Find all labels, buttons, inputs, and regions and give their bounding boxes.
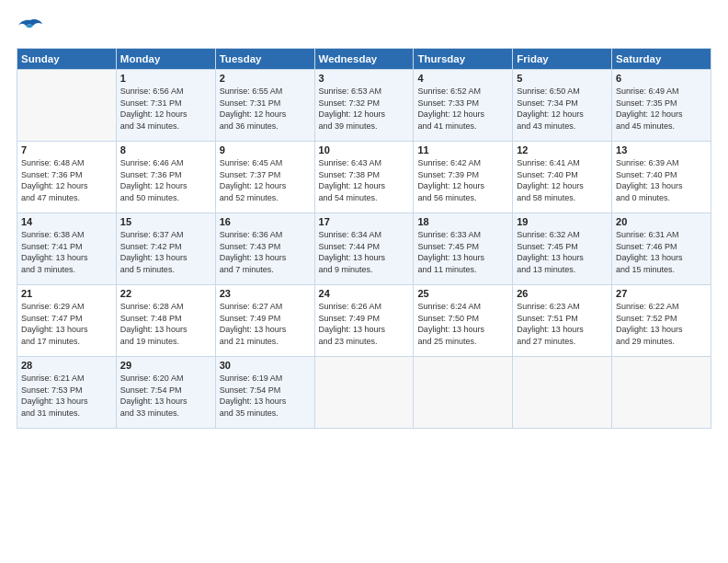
calendar-row: 7Sunrise: 6:48 AMSunset: 7:36 PMDaylight… <box>17 142 711 213</box>
cell-info: Sunrise: 6:23 AMSunset: 7:51 PMDaylight:… <box>517 301 608 347</box>
calendar-row: 14Sunrise: 6:38 AMSunset: 7:41 PMDayligh… <box>17 213 711 285</box>
day-number: 19 <box>517 216 608 227</box>
header-row: SundayMondayTuesdayWednesdayThursdayFrid… <box>17 49 711 70</box>
day-number: 20 <box>616 216 707 227</box>
day-number: 6 <box>616 73 707 84</box>
cell-info: Sunrise: 6:43 AMSunset: 7:38 PMDaylight:… <box>319 157 410 203</box>
day-number: 9 <box>220 144 311 155</box>
cell-info: Sunrise: 6:53 AMSunset: 7:32 PMDaylight:… <box>319 86 410 132</box>
day-number: 14 <box>21 216 112 227</box>
calendar-cell: 12Sunrise: 6:41 AMSunset: 7:40 PMDayligh… <box>513 142 612 213</box>
calendar-cell: 27Sunrise: 6:22 AMSunset: 7:52 PMDayligh… <box>612 285 711 357</box>
day-number: 2 <box>220 73 311 84</box>
calendar-body: 1Sunrise: 6:56 AMSunset: 7:31 PMDaylight… <box>17 70 711 429</box>
day-number: 30 <box>220 360 311 371</box>
calendar-cell: 29Sunrise: 6:20 AMSunset: 7:54 PMDayligh… <box>116 357 215 429</box>
page: SundayMondayTuesdayWednesdayThursdayFrid… <box>0 0 728 563</box>
calendar-cell: 6Sunrise: 6:49 AMSunset: 7:35 PMDaylight… <box>612 70 711 142</box>
calendar-cell: 20Sunrise: 6:31 AMSunset: 7:46 PMDayligh… <box>612 213 711 285</box>
calendar-cell: 15Sunrise: 6:37 AMSunset: 7:42 PMDayligh… <box>116 213 215 285</box>
day-number: 12 <box>517 144 608 155</box>
cell-info: Sunrise: 6:41 AMSunset: 7:40 PMDaylight:… <box>517 157 608 203</box>
cell-info: Sunrise: 6:56 AMSunset: 7:31 PMDaylight:… <box>120 86 211 132</box>
day-number: 10 <box>319 144 410 155</box>
cell-info: Sunrise: 6:21 AMSunset: 7:53 PMDaylight:… <box>21 373 112 419</box>
calendar-table: SundayMondayTuesdayWednesdayThursdayFrid… <box>17 48 711 429</box>
cell-info: Sunrise: 6:22 AMSunset: 7:52 PMDaylight:… <box>616 301 707 347</box>
calendar-cell: 8Sunrise: 6:46 AMSunset: 7:36 PMDaylight… <box>116 142 215 213</box>
day-number: 17 <box>319 216 410 227</box>
column-header-wednesday: Wednesday <box>314 49 414 70</box>
calendar-cell: 17Sunrise: 6:34 AMSunset: 7:44 PMDayligh… <box>314 213 414 285</box>
day-number: 24 <box>319 288 410 299</box>
day-number: 22 <box>120 288 211 299</box>
day-number: 28 <box>21 360 112 371</box>
calendar-cell: 9Sunrise: 6:45 AMSunset: 7:37 PMDaylight… <box>215 142 314 213</box>
calendar-cell: 1Sunrise: 6:56 AMSunset: 7:31 PMDaylight… <box>116 70 215 142</box>
column-header-monday: Monday <box>116 49 215 70</box>
cell-info: Sunrise: 6:49 AMSunset: 7:35 PMDaylight:… <box>616 86 707 132</box>
calendar-cell: 10Sunrise: 6:43 AMSunset: 7:38 PMDayligh… <box>314 142 414 213</box>
column-header-friday: Friday <box>513 49 612 70</box>
calendar-cell: 13Sunrise: 6:39 AMSunset: 7:40 PMDayligh… <box>612 142 711 213</box>
calendar-cell: 18Sunrise: 6:33 AMSunset: 7:45 PMDayligh… <box>414 213 513 285</box>
cell-info: Sunrise: 6:29 AMSunset: 7:47 PMDaylight:… <box>21 301 112 347</box>
calendar-cell: 4Sunrise: 6:52 AMSunset: 7:33 PMDaylight… <box>414 70 513 142</box>
calendar-cell: 30Sunrise: 6:19 AMSunset: 7:54 PMDayligh… <box>215 357 314 429</box>
calendar-row: 21Sunrise: 6:29 AMSunset: 7:47 PMDayligh… <box>17 285 711 357</box>
cell-info: Sunrise: 6:28 AMSunset: 7:48 PMDaylight:… <box>120 301 211 347</box>
cell-info: Sunrise: 6:27 AMSunset: 7:49 PMDaylight:… <box>220 301 311 347</box>
calendar-cell: 21Sunrise: 6:29 AMSunset: 7:47 PMDayligh… <box>17 285 117 357</box>
logo-icon <box>17 17 44 39</box>
calendar-cell: 3Sunrise: 6:53 AMSunset: 7:32 PMDaylight… <box>314 70 414 142</box>
cell-info: Sunrise: 6:20 AMSunset: 7:54 PMDaylight:… <box>120 373 211 419</box>
cell-info: Sunrise: 6:48 AMSunset: 7:36 PMDaylight:… <box>21 157 112 203</box>
cell-info: Sunrise: 6:39 AMSunset: 7:40 PMDaylight:… <box>616 157 707 203</box>
calendar-cell: 16Sunrise: 6:36 AMSunset: 7:43 PMDayligh… <box>215 213 314 285</box>
header <box>17 17 711 39</box>
cell-info: Sunrise: 6:55 AMSunset: 7:31 PMDaylight:… <box>220 86 311 132</box>
cell-info: Sunrise: 6:24 AMSunset: 7:50 PMDaylight:… <box>417 301 508 347</box>
day-number: 25 <box>417 288 508 299</box>
calendar-cell: 25Sunrise: 6:24 AMSunset: 7:50 PMDayligh… <box>414 285 513 357</box>
calendar-cell: 5Sunrise: 6:50 AMSunset: 7:34 PMDaylight… <box>513 70 612 142</box>
calendar-header: SundayMondayTuesdayWednesdayThursdayFrid… <box>17 49 711 70</box>
cell-info: Sunrise: 6:37 AMSunset: 7:42 PMDaylight:… <box>120 229 211 275</box>
calendar-cell: 19Sunrise: 6:32 AMSunset: 7:45 PMDayligh… <box>513 213 612 285</box>
day-number: 7 <box>21 144 112 155</box>
day-number: 8 <box>120 144 211 155</box>
calendar-cell: 11Sunrise: 6:42 AMSunset: 7:39 PMDayligh… <box>414 142 513 213</box>
cell-info: Sunrise: 6:31 AMSunset: 7:46 PMDaylight:… <box>616 229 707 275</box>
day-number: 1 <box>120 73 211 84</box>
day-number: 16 <box>220 216 311 227</box>
day-number: 18 <box>417 216 508 227</box>
day-number: 13 <box>616 144 707 155</box>
cell-info: Sunrise: 6:32 AMSunset: 7:45 PMDaylight:… <box>517 229 608 275</box>
cell-info: Sunrise: 6:45 AMSunset: 7:37 PMDaylight:… <box>220 157 311 203</box>
day-number: 21 <box>21 288 112 299</box>
day-number: 4 <box>417 73 508 84</box>
day-number: 11 <box>417 144 508 155</box>
cell-info: Sunrise: 6:46 AMSunset: 7:36 PMDaylight:… <box>120 157 211 203</box>
cell-info: Sunrise: 6:38 AMSunset: 7:41 PMDaylight:… <box>21 229 112 275</box>
cell-info: Sunrise: 6:33 AMSunset: 7:45 PMDaylight:… <box>417 229 508 275</box>
calendar-row: 1Sunrise: 6:56 AMSunset: 7:31 PMDaylight… <box>17 70 711 142</box>
calendar-cell: 22Sunrise: 6:28 AMSunset: 7:48 PMDayligh… <box>116 285 215 357</box>
column-header-thursday: Thursday <box>414 49 513 70</box>
column-header-saturday: Saturday <box>612 49 711 70</box>
cell-info: Sunrise: 6:36 AMSunset: 7:43 PMDaylight:… <box>220 229 311 275</box>
day-number: 27 <box>616 288 707 299</box>
calendar-cell: 7Sunrise: 6:48 AMSunset: 7:36 PMDaylight… <box>17 142 117 213</box>
column-header-tuesday: Tuesday <box>215 49 314 70</box>
calendar-row: 28Sunrise: 6:21 AMSunset: 7:53 PMDayligh… <box>17 357 711 429</box>
calendar-cell: 26Sunrise: 6:23 AMSunset: 7:51 PMDayligh… <box>513 285 612 357</box>
calendar-cell: 23Sunrise: 6:27 AMSunset: 7:49 PMDayligh… <box>215 285 314 357</box>
cell-info: Sunrise: 6:26 AMSunset: 7:49 PMDaylight:… <box>319 301 410 347</box>
day-number: 26 <box>517 288 608 299</box>
day-number: 23 <box>220 288 311 299</box>
calendar-cell <box>513 357 612 429</box>
cell-info: Sunrise: 6:52 AMSunset: 7:33 PMDaylight:… <box>417 86 508 132</box>
cell-info: Sunrise: 6:19 AMSunset: 7:54 PMDaylight:… <box>220 373 311 419</box>
calendar-cell <box>314 357 414 429</box>
cell-info: Sunrise: 6:42 AMSunset: 7:39 PMDaylight:… <box>417 157 508 203</box>
